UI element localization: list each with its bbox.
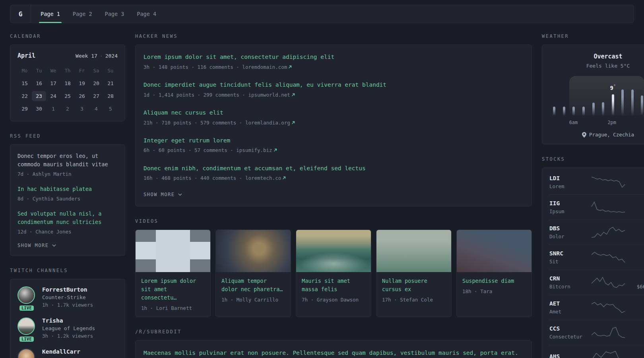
- calendar-grid: MoTuWeThFrSaSu15161718192021222324252627…: [17, 66, 118, 114]
- stock-row[interactable]: DBSDolor+1.42%$156.28: [549, 220, 644, 245]
- calendar-date: 5: [103, 104, 118, 114]
- live-badge: LIVE: [19, 305, 34, 311]
- stock-name: Lorem: [549, 183, 591, 189]
- rss-item-title[interactable]: In hac habitasse platea: [17, 185, 118, 193]
- twitch-channel-row[interactable]: LIVETrishaLeague of Legends3h · 1.2k vie…: [17, 317, 118, 339]
- hackernews-card: Lorem ipsum dolor sit amet, consectetur …: [135, 45, 532, 206]
- weather-time-label: [636, 120, 644, 125]
- avatar-wrap: LIVE: [17, 286, 36, 308]
- stock-row[interactable]: AETAmet+0.92%$499.72: [549, 295, 644, 320]
- story-domain-link[interactable]: loremdomain.com: [242, 64, 287, 70]
- video-card[interactable]: Mauris sit amet massa felis7h · Grayson …: [296, 230, 371, 317]
- video-card-body: Suspendisse diam18h · Tara: [457, 272, 531, 300]
- video-card[interactable]: Lorem ipsum dolor sit amet consectetu…1h…: [135, 230, 211, 317]
- hackernews-show-more-button[interactable]: SHOW MORE: [144, 192, 182, 197]
- calendar-date: 30: [32, 104, 46, 114]
- calendar-day-header: Su: [103, 66, 118, 76]
- hackernews-heading: HACKER NEWS: [135, 33, 532, 39]
- stock-price: $42.04: [626, 208, 644, 214]
- channel-name: Trisha: [42, 317, 95, 324]
- calendar-date-selected: 23: [32, 91, 46, 101]
- stock-values-cell: +2.84%$42.04: [626, 200, 644, 214]
- rss-item: Donec tempor eros leo, ut commodo mauris…: [17, 152, 118, 178]
- app-logo[interactable]: G: [10, 5, 31, 23]
- video-title: Lorem ipsum dolor sit amet consectetu…: [141, 277, 205, 302]
- story-domain-link[interactable]: ipsumworld.net: [248, 92, 290, 98]
- calendar-date: 18: [60, 78, 75, 88]
- stock-change: +4.35%: [626, 175, 644, 181]
- stock-ticker: AET: [549, 300, 591, 307]
- calendar-day-header: Sa: [89, 66, 103, 76]
- rss-item-title[interactable]: Sed volutpat nulla nisl, a condimentum n…: [17, 210, 118, 226]
- stock-price: $156.28: [626, 233, 644, 239]
- stock-row[interactable]: IIGIpsum+2.84%$42.04: [549, 195, 644, 220]
- weather-condition: Overcast: [549, 53, 644, 60]
- rss-item: In hac habitasse platea8d · Cynthia Saun…: [17, 185, 118, 202]
- subreddit-card: Maecenas mollis pulvinar erat non posuer…: [135, 340, 532, 358]
- stock-change: +2.84%: [626, 200, 644, 206]
- twitch-channel-row[interactable]: LIVEForrestBurtonCounter-Strike1h · 1.7k…: [17, 286, 118, 308]
- video-card[interactable]: Suspendisse diam18h · Tara: [456, 230, 532, 317]
- stock-values-cell: +0.46%: [626, 353, 644, 358]
- tab-page-4[interactable]: Page 4: [132, 5, 161, 23]
- stock-price: $795.18: [626, 183, 644, 189]
- tab-page-1[interactable]: Page 1: [36, 5, 65, 23]
- channel-game: Counter-Strike: [42, 294, 93, 300]
- calendar-date: 26: [75, 91, 89, 101]
- story-title-link[interactable]: Donec enim nibh, condimentum et accumsan…: [144, 164, 524, 173]
- avatar-wrap: LIVE: [17, 317, 36, 339]
- weather-bar-column: [549, 82, 559, 116]
- middle-column: HACKER NEWS Lorem ipsum dolor sit amet, …: [135, 33, 532, 358]
- stock-values-cell: -1.00%$66,171.48: [626, 275, 644, 290]
- stock-row[interactable]: CCSConsectetur+0.51%$165.84: [549, 320, 644, 345]
- weather-bar-column: [569, 82, 579, 116]
- stock-row[interactable]: SNRCSit+1.36%$148.64: [549, 245, 644, 270]
- story-domain-link[interactable]: ipsumify.biz: [236, 147, 272, 153]
- hackernews-widget: HACKER NEWS Lorem ipsum dolor sit amet, …: [135, 33, 532, 206]
- calendar-date: 4: [89, 104, 103, 114]
- sparkline-chart: [591, 251, 626, 263]
- stock-sparkline: [591, 350, 626, 358]
- video-title: Aliquam tempor dolor nec pharetra…: [221, 277, 285, 294]
- stock-symbol-cell: IIGIpsum: [549, 200, 591, 214]
- external-link-icon: [282, 176, 286, 180]
- stock-row[interactable]: LDILorem+4.35%$795.18: [549, 170, 644, 195]
- calendar-date: 3: [75, 104, 89, 114]
- tab-page-3[interactable]: Page 3: [100, 5, 129, 23]
- story-title-link[interactable]: Donec imperdiet augue tincidunt felis al…: [144, 81, 524, 90]
- story-domain-link[interactable]: loremtech.co: [245, 175, 281, 181]
- rss-item-meta: 12d · Chance Jones: [17, 228, 118, 235]
- video-thumbnail: [296, 230, 371, 272]
- stock-row[interactable]: CRNBitcorn-1.00%$66,171.48: [549, 270, 644, 295]
- hackernews-item: Aliquam nec cursus elit21h · 710 points …: [144, 109, 524, 126]
- rss-item-title[interactable]: Donec tempor eros leo, ut commodo mauris…: [17, 152, 118, 169]
- channel-name: ForrestBurton: [42, 286, 93, 293]
- dashboard-page: { "ui": { "dot": "·", "degree": "°" }, "…: [0, 0, 644, 358]
- channel-game: League of Legends: [42, 325, 95, 331]
- rss-show-more-button[interactable]: SHOW MORE: [17, 243, 56, 248]
- stock-row[interactable]: AHS+0.46%: [549, 345, 644, 358]
- weather-bar-column: [559, 82, 569, 116]
- sparkline-chart: [591, 201, 626, 213]
- video-card[interactable]: Nullam posuere cursus ex17h · Stefan Col…: [376, 230, 452, 317]
- reddit-post-title[interactable]: Maecenas mollis pulvinar erat non posuer…: [144, 348, 524, 358]
- story-title-link[interactable]: Integer eget rutrum lorem: [144, 136, 524, 145]
- tab-page-2[interactable]: Page 2: [68, 5, 97, 23]
- story-title-link[interactable]: Lorem ipsum dolor sit amet, consectetur …: [144, 53, 524, 62]
- weather-time-label: [549, 120, 559, 125]
- weather-bar: [582, 107, 585, 116]
- location-pin-icon: [582, 132, 586, 138]
- weather-bar-column: [628, 82, 638, 116]
- twitch-widget: TWITCH CHANNELS LIVEForrestBurtonCounter…: [10, 268, 125, 358]
- weather-bar: [572, 107, 575, 116]
- rss-item-meta: 8d · Cynthia Saunders: [17, 195, 118, 202]
- weather-bar-column: 9°: [608, 82, 618, 116]
- stock-sparkline: [591, 251, 626, 263]
- calendar-date: 22: [17, 91, 32, 101]
- calendar-heading: CALENDAR: [10, 33, 125, 39]
- story-domain-link[interactable]: loremlandia.org: [245, 120, 290, 126]
- story-title-link[interactable]: Aliquam nec cursus elit: [144, 109, 524, 117]
- twitch-channel-row[interactable]: KendallCarr: [17, 348, 118, 358]
- video-card[interactable]: Aliquam tempor dolor nec pharetra…1h · M…: [215, 230, 291, 317]
- stock-symbol-cell: CCSConsectetur: [549, 325, 591, 340]
